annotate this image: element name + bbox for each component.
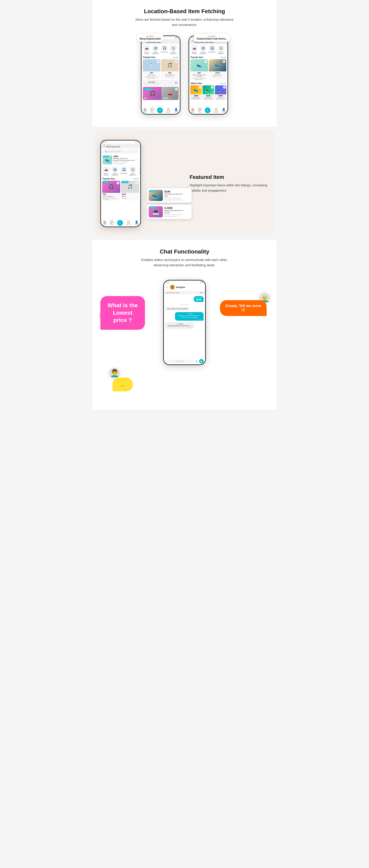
cat2-cars[interactable]: 🚗 Cars & Vehicles [190, 45, 198, 54]
ad-banner: Nice job! This is a 488x60 test ad. G [143, 80, 179, 85]
nav-add-btn-1[interactable]: + [157, 107, 163, 113]
phone2-whatsnew-header: What's New See All [189, 82, 227, 85]
heart-icon-1[interactable]: ♡ [157, 60, 159, 63]
phone2-frame: 11:44 33% 📍 Location Dubai,United Arab E… [189, 35, 228, 115]
section2-left: 3:13 17% 📍 Location Bhuj,Gujarat,India 🔍… [100, 140, 179, 227]
home-icon: 🏠 [170, 45, 177, 51]
electronics-icon: 🎧 [161, 45, 168, 51]
feat-item-brand[interactable]: 🎵 Featured ♡ $200 Brand... 📍 GMDC... [121, 181, 139, 201]
cat2-electronics[interactable]: 🎧 Electronics [208, 45, 216, 54]
nav-add-btn-2[interactable]: + [205, 107, 211, 113]
home-nav-icon: 🏠 [143, 108, 147, 111]
feat-cars-icon: 🚗 [103, 167, 109, 173]
cat-furniture[interactable]: 🛋️ Furniture [178, 45, 180, 54]
chat-input-field[interactable]: Write here [165, 360, 194, 363]
feat-card-img-nike: 👟 Featured [149, 190, 163, 201]
nav-myads-feat[interactable]: 📋 My ads [126, 220, 131, 225]
feat-phone-battery: 17% [135, 141, 138, 143]
newnik-loc: 📍 Dubai - United E... [215, 98, 226, 100]
electronics2-icon: 🎧 [209, 45, 215, 51]
avatar-buyer-2: 👨‍🦱 [109, 367, 121, 379]
wn-card-yeezy2[interactable]: 👟 ♡ $149 Yeezy boost 📍 Dubai - United E.… [203, 85, 214, 100]
feat-phone-search[interactable]: 🔍 Search any item... [102, 149, 139, 154]
loc-value-1: Bhuj,Gujarat,India [140, 37, 161, 40]
chat-back-btn[interactable]: ← [166, 285, 169, 289]
nav-home-feat[interactable]: 🏠 Home [103, 220, 106, 225]
phones-row: Location Bhuj,Gujarat,India 3:13 33% 📍 L… [96, 35, 273, 115]
chat-item-price: $299 [199, 292, 203, 294]
fli-heart-1[interactable]: ♡ [136, 158, 139, 161]
nav-myads-2[interactable]: 📋 My ads [214, 108, 219, 113]
feat-cat-sports[interactable]: ⚽ Sports Equipment [111, 167, 119, 176]
cat-electronics[interactable]: 🎧 Electronics [161, 45, 168, 54]
fli-info-1: $249 Reebok Sole Fury x Boost.From Europ… [114, 155, 135, 164]
chat-nav-icon: 💬 [150, 108, 154, 111]
cat-cars[interactable]: 🚗 Cars & Vehicles [143, 45, 150, 54]
nav-myads-1[interactable]: 📋 My ads [166, 108, 171, 113]
offer-amount: $150 [195, 298, 202, 301]
feat-cat-cars[interactable]: 🚗 Cars & Vehicles [102, 167, 110, 176]
homeg-icon: 🏡 [227, 45, 227, 51]
cat2-sports[interactable]: ⚽ Sports Equipment [199, 45, 207, 54]
feat-homeg-icon: 🏡 [139, 167, 140, 173]
section3-title: Chat Functionality [96, 248, 273, 255]
search-icon-feat: 🔍 [104, 150, 107, 153]
feat-list-item-1[interactable]: 👟 Featured $249 Reebok Sole Fury x Boost… [101, 154, 140, 165]
popular-label-2: Popular Item [191, 56, 203, 58]
cat-home[interactable]: 🏠 Home appliances [170, 45, 177, 54]
feat-cat-elec[interactable]: 🎧 Electronics [120, 167, 128, 176]
nav-home-2[interactable]: 🏠 Home [191, 108, 195, 113]
feat-item-boat[interactable]: 🎧 Featured ♡ $20 Boat headphone 📍 kajhb+… [102, 181, 120, 201]
heart-wn-2[interactable]: ♡ [211, 86, 214, 89]
chat-item-name: Being human tshirt [166, 292, 179, 294]
nav-profile-1[interactable]: 👤 Profile [174, 108, 178, 113]
feat-elec-icon: 🎧 [121, 167, 127, 173]
phone2-items-grid: 👟 ♡ $99 NIKE Air Pegasus '89 Lace-Up 📍 D… [189, 59, 227, 81]
see-all-2[interactable]: See All [221, 56, 226, 58]
nav-profile-feat[interactable]: 👤 Profile [134, 220, 139, 225]
item-card-mens[interactable]: 👕 ♡ $20 Men's ware 📍 GMDC Guest House Rd… [143, 59, 160, 79]
cat2-home[interactable]: 🏠 Home appliances [217, 45, 225, 54]
mens-price: $20 [143, 71, 160, 74]
wn-card-reebok[interactable]: 👟 ♡ $249 Reebok Sole 📍 Dubai - United E.… [190, 85, 202, 100]
boat-featured-badge: Featured [102, 181, 110, 183]
mens-loc: 📍 GMDC Guest House Rd,Uma Naga... [143, 76, 160, 79]
phone2-categories: 🚗 Cars & Vehicles ⚽ Sports Equipment 🎧 E… [189, 44, 227, 55]
msg-time-2: 10:13 PM [167, 327, 192, 328]
item-card-yeezy[interactable]: 👟 ♡ $149 Yeezy boost 📍 Dubai - Unite... [209, 59, 226, 81]
cat2-home-g[interactable]: 🏡 Home & G... [226, 45, 227, 54]
featured-price-2: $5000 [163, 97, 168, 99]
feat-cat-home[interactable]: 🏠 Home appliances [129, 167, 137, 176]
phone1-featured-card[interactable]: Featured 🎧 🚗 $20 $5000 ♡ [143, 87, 179, 100]
boat-price: $20 [102, 193, 120, 196]
nav-chat-feat[interactable]: 💬 Chat [110, 220, 114, 225]
featured-badge-1: Featured [144, 88, 152, 90]
feat-card-heart-nike[interactable]: ♡ [187, 194, 190, 197]
feat-see-all[interactable]: See All [133, 178, 139, 180]
feat-card-nike-air[interactable]: 👟 Featured $199 New Nike Air Max 270 - 1… [147, 188, 192, 203]
feat-card-diamond[interactable]: 💻 Featured $ 4599 Black Diamond ai Pro V… [147, 205, 192, 219]
nike-loc: 📍 Dubai - United Arab Emirates,Dub... [190, 78, 208, 81]
feat-cat-homeg[interactable]: 🏡 Home & G... [138, 167, 140, 176]
item-card-nike[interactable]: 👟 ♡ $99 NIKE Air Pegasus '89 Lace-Up 📍 D… [190, 59, 208, 81]
see-all-1[interactable]: See All [173, 56, 178, 58]
feat-card-heart-diamond[interactable]: ♡ [187, 210, 190, 214]
phone1-battery: 33% [175, 37, 178, 38]
nav-chat-1[interactable]: 💬 Chat [150, 108, 154, 113]
nav-home-1[interactable]: 🏠 Home [143, 108, 147, 113]
feat-card-badge-diamond: Featured [149, 207, 156, 209]
nav-chat-2[interactable]: 💬 Chat [198, 108, 202, 113]
chat-send-btn[interactable]: ▶ [199, 359, 204, 364]
chat-phone-time: 2:24 [166, 281, 169, 283]
feat-phone-items: 🎧 Featured ♡ $20 Boat headphone 📍 kajhb+… [101, 181, 140, 201]
chat-attach-icon[interactable]: 📎 [195, 360, 198, 363]
yeezy2-loc: 📍 Dubai - United E... [203, 98, 214, 100]
home-nav-icon-2: 🏠 [191, 108, 194, 111]
cat-sports[interactable]: ⚽ Sports Equipment [152, 45, 159, 54]
wn-card-newnik[interactable]: 👟 ♡ $199 New Nik... 📍 Dubai - United E..… [215, 85, 226, 100]
see-all-3[interactable]: See All [221, 83, 226, 84]
nav-add-btn-feat[interactable]: + [117, 220, 123, 226]
item-card-harmony[interactable]: 🎵 ♡ $40 HarmonyTune 📍 GMDC Guest... [161, 59, 179, 79]
heart-icon-3[interactable]: ♡ [204, 60, 207, 63]
nav-profile-2[interactable]: 👤 Profile [222, 108, 226, 113]
